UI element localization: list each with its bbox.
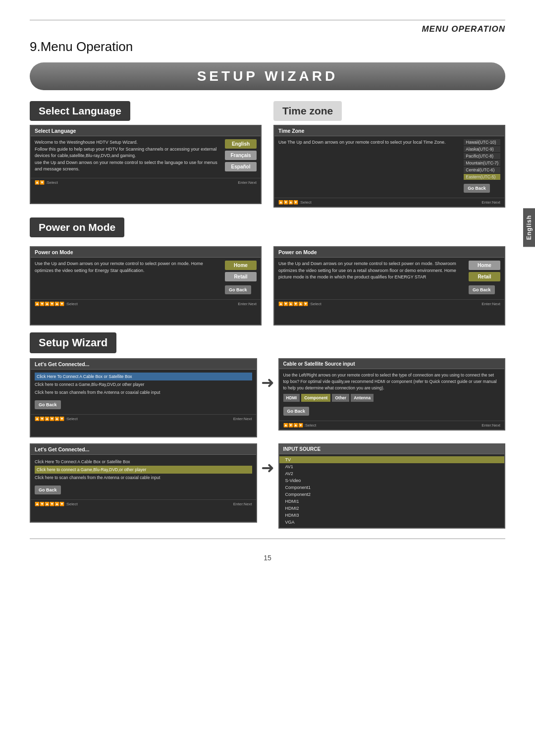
connect-2-footer-right: Enter:Next — [233, 502, 252, 506]
source-antenna[interactable]: Antenna — [351, 394, 374, 402]
tz-alaska[interactable]: Alaska(UTC-9) — [464, 146, 500, 152]
input-svideo[interactable]: S-Video — [279, 477, 505, 484]
page-number: 15 — [30, 554, 505, 562]
espanol-button[interactable]: Español — [225, 162, 257, 171]
setup-wizard-banner: SETUP WIZARD — [30, 62, 505, 90]
time-zone-header: Time zone — [273, 101, 342, 121]
connect-second-row: Let's Get Connected... Click Here To Con… — [30, 443, 505, 529]
connect-1-go-back[interactable]: Go Back — [35, 400, 61, 409]
power-mode-left-text: Use the Up and Down arrows on your remot… — [35, 261, 221, 294]
input-tv[interactable]: TV — [279, 456, 505, 463]
power-mode-right-text: Use the Up and Down arrows on your remot… — [278, 261, 465, 294]
power-mode-right-buttons: Home Retail — [469, 261, 500, 281]
timezone-list: Hawaii(UTC-10) Alaska(UTC-9) Pacific(UTC… — [464, 139, 500, 180]
connect-item-1-cable[interactable]: Click Here To Connect A Cable Box or Sat… — [35, 373, 252, 380]
timezone-footer-left: 🔼🔽🔼🔽 :Select — [278, 200, 312, 205]
language-buttons: English Français Español — [225, 139, 257, 173]
lets-connected-2-box: Let's Get Connected... Click Here To Con… — [30, 443, 257, 523]
input-source-col: INPUT SOURCE TV AV1 AV2 S-Video Componen… — [278, 443, 506, 529]
cable-source-footer-left: 🔼🔽🔼🔽 :Select — [283, 423, 317, 428]
select-language-box-header: Select Language — [31, 126, 261, 136]
connect-col-2: Let's Get Connected... Click Here To Con… — [30, 443, 257, 523]
timezone-go-back[interactable]: Go Back — [464, 184, 490, 193]
top-divider — [30, 20, 505, 20]
input-av1[interactable]: AV1 — [279, 463, 505, 470]
power-retail-button-right[interactable]: Retail — [469, 272, 500, 281]
power-home-button-left[interactable]: Home — [225, 261, 257, 270]
tz-pacific[interactable]: Pacific(UTC-8) — [464, 153, 500, 159]
source-hdmi[interactable]: HDMI — [283, 394, 300, 402]
select-language-text: Welcome to the Westinghouse HDTV Setup W… — [35, 139, 221, 173]
cable-source-footer-right: Enter:Next — [482, 423, 500, 428]
bottom-divider — [30, 539, 505, 539]
select-language-footer-left: 🔼🔽 :Select — [35, 180, 58, 185]
input-component2[interactable]: Component2 — [279, 491, 505, 498]
power-right-footer-left: 🔼🔽🔼🔽🔼🔽 :Select — [278, 302, 321, 306]
lets-connected-1-box: Let's Get Connected... Click Here To Con… — [30, 358, 257, 437]
tz-central[interactable]: Central(UTC-6) — [464, 167, 500, 173]
power-go-back-left[interactable]: Go Back — [225, 285, 251, 294]
cable-source-box: Cable or Satellite Source input Use the … — [278, 358, 506, 431]
power-go-back-right[interactable]: Go Back — [469, 285, 495, 294]
connect-2-go-back[interactable]: Go Back — [35, 486, 61, 494]
input-hdmi2[interactable]: HDMI2 — [279, 505, 505, 512]
connect-1-footer-left: 🔼🔽🔼🔽🔼🔽 :Select — [35, 417, 78, 421]
tz-hawaii[interactable]: Hawaii(UTC-10) — [464, 139, 500, 145]
cable-source-text: Use the Left/Right arrows on your remote… — [283, 372, 501, 391]
power-mode-left-box: Power on Mode Use the Up and Down arrows… — [30, 246, 262, 325]
english-button[interactable]: English — [225, 139, 257, 149]
input-hdmi1[interactable]: HDMI1 — [279, 498, 505, 505]
input-av2[interactable]: AV2 — [279, 470, 505, 477]
connect-item-2-game[interactable]: Click here to connect a Game,Blu-Ray,DVD… — [35, 466, 252, 474]
time-zone-instruction: Use The Up and Down arrows on your remot… — [278, 139, 460, 193]
connect-item-2-cable[interactable]: Click Here To Connect A Cable Box or Sat… — [35, 458, 252, 466]
connect-arrow-2: ➜ — [261, 443, 274, 477]
select-language-footer-right: Enter:Next — [238, 180, 257, 185]
francais-button[interactable]: Français — [225, 151, 257, 160]
time-zone-col: Time zone Time Zone Use The Up and Down … — [273, 101, 505, 208]
cable-source-header: Cable or Satellite Source input — [279, 359, 505, 369]
power-retail-button-left[interactable]: Retail — [225, 272, 257, 281]
timezone-footer-right: Enter:Next — [482, 200, 500, 205]
cable-satellite-col: Cable or Satellite Source input Use the … — [278, 358, 506, 431]
source-other[interactable]: Other — [332, 394, 349, 402]
language-timezone-section: Select Language Select Language Welcome … — [30, 101, 505, 208]
input-hdmi3[interactable]: HDMI3 — [279, 512, 505, 519]
power-left-footer-left: 🔼🔽🔼🔽🔼🔽 :Select — [35, 302, 78, 306]
power-mode-left-buttons: Home Retail — [225, 261, 257, 281]
select-language-header: Select Language — [30, 101, 130, 121]
connect-item-2-scan[interactable]: Click here to scan channels from the Ant… — [35, 474, 252, 482]
input-source-list: TV AV1 AV2 S-Video Component1 Component2… — [279, 454, 505, 528]
input-vga[interactable]: VGA — [279, 519, 505, 526]
lets-connected-2-header: Let's Get Connected... — [31, 444, 256, 455]
tz-mountain[interactable]: Mountain(UTC-7) — [464, 160, 500, 166]
time-zone-box-header: Time Zone — [274, 126, 504, 136]
section-number: 9. — [30, 39, 41, 54]
section-title: 9.Menu Operation — [30, 39, 505, 54]
select-language-col: Select Language Select Language Welcome … — [30, 101, 262, 204]
input-component1[interactable]: Component1 — [279, 484, 505, 491]
power-left-footer-right: Enter:Next — [238, 302, 257, 306]
power-mode-right-box: Power on Mode Use the Up and Down arrows… — [273, 246, 505, 325]
connect-arrow-1: ➜ — [261, 358, 274, 392]
input-source-box: INPUT SOURCE TV AV1 AV2 S-Video Componen… — [278, 443, 506, 529]
setup-wizard-section: Setup Wizard Let's Get Connected... Clic… — [30, 332, 505, 529]
power-on-mode-header: Power on Mode — [30, 217, 124, 237]
source-component[interactable]: Component — [301, 394, 330, 402]
power-mode-pair: Power on Mode Use the Up and Down arrows… — [30, 246, 505, 325]
menu-operation-header: MENU OPERATION — [30, 24, 505, 34]
power-mode-right-col: Power on Mode Use the Up and Down arrows… — [273, 246, 505, 325]
tz-eastern[interactable]: Eastern(UTC-5) — [464, 174, 500, 180]
connect-first-row: Let's Get Connected... Click Here To Con… — [30, 358, 505, 437]
connect-1-footer-right: Enter:Next — [233, 417, 252, 421]
time-zone-box: Time Zone Use The Up and Down arrows on … — [273, 125, 505, 208]
connect-item-1-scan[interactable]: Click here to scan channels from the Ant… — [35, 388, 252, 396]
connect-item-1-game[interactable]: Click here to connect a Game,Blu-Ray,DVD… — [35, 380, 252, 388]
lets-connected-1-header: Let's Get Connected... — [31, 359, 256, 370]
power-home-button-right[interactable]: Home — [469, 261, 500, 270]
power-mode-left-header: Power on Mode — [31, 247, 261, 258]
connect-col-1: Let's Get Connected... Click Here To Con… — [30, 358, 257, 437]
cable-source-go-back[interactable]: Go Back — [283, 407, 310, 416]
input-source-header: INPUT SOURCE — [279, 444, 505, 454]
section-name: Menu Operation — [41, 39, 133, 54]
